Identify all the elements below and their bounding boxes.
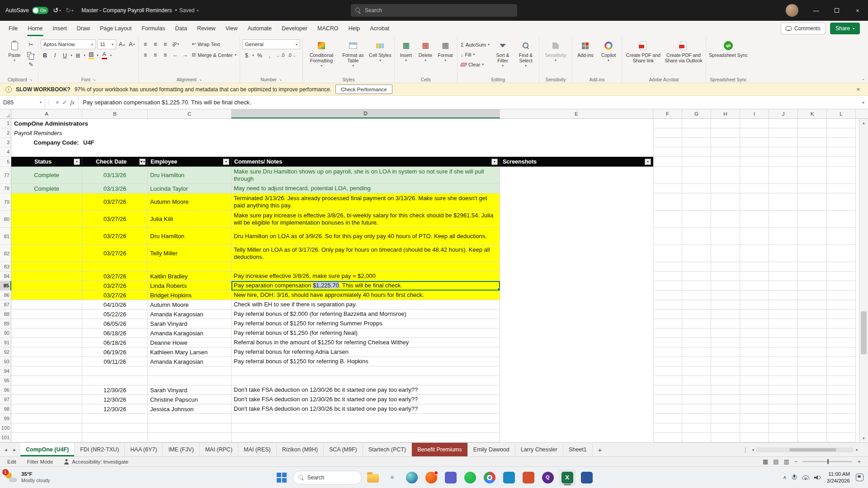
grid-cell[interactable] — [148, 433, 231, 442]
grid-cell[interactable] — [769, 281, 798, 291]
column-header-E[interactable]: E — [500, 109, 653, 118]
sheet-tab-mai-res[interactable]: MAI (RES) — [238, 443, 277, 456]
grid-cell[interactable] — [682, 300, 711, 310]
grid-cell[interactable] — [798, 291, 827, 300]
notification-center-icon[interactable] — [856, 474, 863, 481]
comments-button[interactable]: Comments — [781, 23, 826, 34]
taskbar-search[interactable]: Search — [293, 471, 362, 484]
grid-cell[interactable] — [827, 262, 856, 272]
grid-cell[interactable]: Telly Miller on LOA as of 3/17/26. Only … — [231, 245, 500, 262]
grid-cell[interactable] — [682, 128, 711, 138]
zoom-slider[interactable] — [802, 461, 852, 462]
grid-cell[interactable] — [827, 119, 856, 128]
grid-cell[interactable] — [711, 128, 740, 138]
grid-cell[interactable]: Pay referral bonus of $1250 for referrin… — [231, 357, 500, 366]
outlook-icon[interactable] — [501, 469, 517, 486]
grid-cell[interactable] — [827, 319, 856, 328]
grid-cell[interactable] — [653, 433, 682, 442]
grid-cell[interactable] — [827, 423, 856, 433]
grid-cell[interactable] — [798, 300, 827, 310]
row-header-94[interactable]: 94 — [0, 366, 11, 376]
grid-cell[interactable] — [740, 167, 769, 184]
grid-cell[interactable] — [682, 423, 711, 433]
column-header-D[interactable]: D — [231, 109, 500, 118]
grid-cell[interactable] — [769, 272, 798, 281]
autosum-button[interactable]: ΣAutoSum▾ — [460, 40, 491, 49]
grid-cell[interactable] — [827, 414, 856, 423]
grid-cell[interactable] — [11, 385, 82, 395]
grid-cell[interactable] — [798, 147, 827, 157]
row-header-78[interactable]: 78 — [0, 184, 11, 193]
grid-cell[interactable]: Referral bonus in the amount of $1250 fo… — [231, 338, 500, 347]
grid-cell[interactable] — [682, 347, 711, 357]
align-top-button[interactable]: ≡ — [141, 39, 150, 49]
row-header-99[interactable]: 99 — [0, 414, 11, 423]
merge-center-button[interactable]: ⊟Merge & Center▾ — [191, 50, 237, 60]
grid-cell[interactable] — [653, 211, 682, 228]
notepad-icon[interactable]: ≡ — [384, 469, 401, 486]
row-header-96[interactable]: 96 — [0, 385, 11, 395]
grid-cell[interactable]: Pay referral bonus of $1250 for referrin… — [231, 319, 500, 328]
grid-cell[interactable] — [500, 347, 653, 357]
grid-cell[interactable] — [11, 366, 82, 376]
borders-button[interactable]: ⊞ — [74, 51, 82, 60]
grid-cell[interactable] — [769, 423, 798, 433]
grid-cell[interactable]: 12/30/26 — [82, 395, 148, 404]
copilot-button[interactable]: Copilot▾ — [598, 38, 619, 76]
column-header-C[interactable]: C — [148, 109, 231, 118]
grid-cell[interactable] — [798, 281, 827, 291]
quickbooks-icon[interactable]: Q — [540, 469, 556, 486]
conditional-formatting-button[interactable]: Conditional Formatting▾ — [305, 38, 338, 76]
clear-button[interactable]: Clear▾ — [460, 60, 491, 69]
grid-cell[interactable]: Complete — [11, 167, 82, 184]
grid-cell[interactable] — [231, 376, 500, 385]
grid-cell[interactable] — [740, 157, 769, 167]
grid-cell[interactable] — [82, 366, 148, 376]
grid-cell[interactable]: Christine Papscun — [148, 395, 231, 404]
start-button[interactable] — [274, 469, 290, 486]
grid-cell[interactable] — [827, 357, 856, 366]
grid-cell[interactable] — [740, 147, 769, 157]
formula-bar-splitter[interactable]: ⋮ — [45, 96, 52, 109]
grid-cell[interactable] — [711, 193, 740, 211]
grid-cell[interactable]: May need to adjust timecard, potential L… — [231, 184, 500, 193]
fill-handle[interactable] — [497, 288, 500, 291]
whatsapp-icon[interactable] — [462, 469, 478, 486]
sheet-tab-larry-chessler[interactable]: Larry Chessler — [515, 443, 563, 456]
grid-cell[interactable] — [682, 319, 711, 328]
grid-cell[interactable] — [711, 357, 740, 366]
decrease-decimal-button[interactable]: .0→ — [287, 51, 297, 60]
grid-cell[interactable] — [500, 291, 653, 300]
grid-cell[interactable] — [653, 128, 682, 138]
grid-cell[interactable] — [798, 366, 827, 376]
find-select-button[interactable]: Find & Select▾ — [515, 38, 537, 76]
grid-cell[interactable]: 03/27/26 — [82, 281, 148, 291]
grid-cell[interactable] — [827, 347, 856, 357]
font-name-select[interactable]: Aptos Narrow▾ — [41, 39, 96, 49]
grid-cell[interactable] — [827, 128, 856, 138]
grid-cell[interactable]: 06/18/26 — [82, 338, 148, 347]
underline-button[interactable]: U — [61, 51, 69, 60]
grid-cell[interactable] — [740, 433, 769, 442]
select-all-corner[interactable] — [0, 109, 11, 118]
grid-cell[interactable] — [11, 272, 82, 281]
grid-cell[interactable] — [740, 272, 769, 281]
word-icon[interactable] — [579, 469, 595, 486]
grid-cell[interactable] — [11, 404, 82, 414]
grid-cell[interactable] — [82, 414, 148, 423]
grid-cell[interactable] — [682, 184, 711, 193]
grid-cell[interactable] — [653, 262, 682, 272]
name-box[interactable]: D85▾ — [0, 96, 45, 109]
font-size-select[interactable]: 11▾ — [97, 39, 116, 49]
grid-cell[interactable] — [740, 245, 769, 262]
addins-button[interactable]: Add-ins — [575, 38, 596, 76]
grid-cell[interactable] — [148, 423, 231, 433]
wifi-icon[interactable] — [802, 475, 809, 480]
grid-cell[interactable] — [653, 184, 682, 193]
filter-button-check-date[interactable]: ▾ — [139, 159, 146, 165]
align-left-button[interactable]: ≡ — [141, 50, 150, 60]
row-header-3[interactable]: 3 — [0, 138, 11, 147]
increase-indent-button[interactable]: → — [181, 50, 189, 60]
grid-cell[interactable] — [711, 385, 740, 395]
grid-cell[interactable]: 12/30/26 — [82, 404, 148, 414]
